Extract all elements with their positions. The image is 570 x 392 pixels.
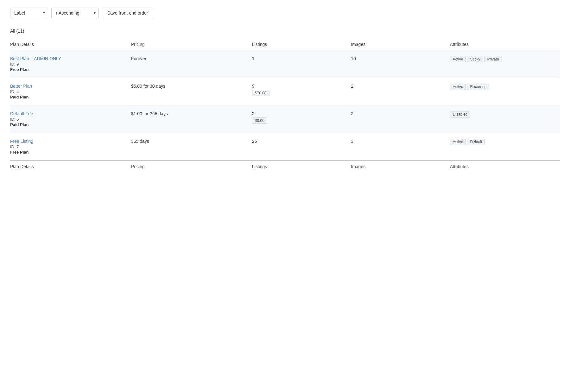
- plan-details-cell: Default FeeID: 5Paid Plan: [10, 105, 131, 133]
- attribute-badge: Active: [450, 56, 466, 62]
- plan-images-cell: 2: [351, 78, 450, 105]
- attribute-badge: Active: [450, 139, 466, 145]
- col-header-images: Images: [351, 39, 450, 50]
- plan-details-cell: Best Plan = ADMIN ONLYID: 9Free Plan: [10, 50, 131, 78]
- plan-listings-count: 1: [252, 56, 255, 61]
- attribute-badge: Disabled: [450, 111, 471, 117]
- attribute-badge: Active: [450, 84, 466, 90]
- sort-by-wrapper: Label ID Name Date ▾: [10, 8, 48, 18]
- table-row: Best Plan = ADMIN ONLYID: 9Free PlanFore…: [10, 50, 560, 78]
- plan-id: ID: 5: [10, 117, 126, 122]
- plan-images-cell: 10: [351, 50, 450, 78]
- attribute-badge: Default: [467, 139, 485, 145]
- table-row: Better PlanID: 4Paid Plan$5.00 for 30 da…: [10, 78, 560, 105]
- table-row: Default FeeID: 5Paid Plan$1.00 for 365 d…: [10, 105, 560, 133]
- plan-id: ID: 9: [10, 62, 126, 66]
- table-footer-row: Plan Details Pricing Listings Images Att…: [10, 161, 560, 172]
- plan-type: Free Plan: [10, 150, 126, 155]
- plan-listings-count: 2: [252, 111, 255, 116]
- sort-by-select[interactable]: Label ID Name Date: [10, 8, 48, 18]
- plan-pricing-cell: 365 days: [131, 133, 252, 161]
- table-row: Free ListingID: 7Free Plan365 days253Act…: [10, 133, 560, 161]
- plan-details-cell: Better PlanID: 4Paid Plan: [10, 78, 131, 105]
- col-footer-attributes: Attributes: [450, 161, 560, 172]
- plan-pricing-cell: $5.00 for 30 days: [131, 78, 252, 105]
- toolbar: Label ID Name Date ▾ ↑ Ascending ↓ Desce…: [10, 8, 560, 18]
- plan-attributes-cell: ActiveRecurring: [450, 78, 560, 105]
- attribute-badge: Recurring: [467, 84, 489, 90]
- sort-order-select[interactable]: ↑ Ascending ↓ Descending: [51, 8, 99, 18]
- plan-listings-fee-badge: $0.00: [252, 117, 267, 124]
- col-header-attributes: Attributes: [450, 39, 560, 50]
- plan-name-link[interactable]: Better Plan: [10, 84, 32, 89]
- plan-attributes-cell: ActiveDefault: [450, 133, 560, 161]
- plan-listings-cell: 25: [252, 133, 351, 161]
- all-label: All: [10, 28, 15, 34]
- plan-type: Free Plan: [10, 67, 126, 72]
- col-header-plan-details: Plan Details: [10, 39, 131, 50]
- plan-id: ID: 4: [10, 89, 126, 94]
- plans-table: Plan Details Pricing Listings Images Att…: [10, 39, 560, 172]
- plan-attributes-cell: Disabled: [450, 105, 560, 133]
- attribute-badge: Private: [484, 56, 502, 62]
- col-footer-plan-details: Plan Details: [10, 161, 131, 172]
- plan-listings-cell: 1: [252, 50, 351, 78]
- plan-listings-cell: 9$70.00: [252, 78, 351, 105]
- sort-order-wrapper: ↑ Ascending ↓ Descending ▾: [51, 8, 99, 18]
- plan-id: ID: 7: [10, 144, 126, 149]
- table-header-row: Plan Details Pricing Listings Images Att…: [10, 39, 560, 50]
- plan-images-cell: 3: [351, 133, 450, 161]
- plan-attributes-cell: ActiveStickyPrivate: [450, 50, 560, 78]
- plan-details-cell: Free ListingID: 7Free Plan: [10, 133, 131, 161]
- plan-listings-count: 9: [252, 84, 255, 89]
- plan-name-link[interactable]: Default Fee: [10, 111, 33, 116]
- plan-pricing-cell: $1.00 for 365 days: [131, 105, 252, 133]
- plan-listings-count: 25: [252, 139, 257, 144]
- col-footer-listings: Listings: [252, 161, 351, 172]
- plan-name-link[interactable]: Free Listing: [10, 139, 33, 144]
- plan-listings-cell: 2$0.00: [252, 105, 351, 133]
- save-front-end-order-button[interactable]: Save front-end order: [102, 8, 153, 18]
- col-footer-pricing: Pricing: [131, 161, 252, 172]
- plan-type: Paid Plan: [10, 122, 126, 127]
- all-count: All (11): [10, 28, 560, 34]
- all-number: (11): [16, 28, 24, 34]
- plan-type: Paid Plan: [10, 95, 126, 99]
- plan-listings-fee-badge: $70.00: [252, 90, 269, 96]
- col-footer-images: Images: [351, 161, 450, 172]
- plan-pricing-cell: Forever: [131, 50, 252, 78]
- plan-name-link[interactable]: Best Plan = ADMIN ONLY: [10, 56, 61, 61]
- plan-images-cell: 2: [351, 105, 450, 133]
- col-header-listings: Listings: [252, 39, 351, 50]
- col-header-pricing: Pricing: [131, 39, 252, 50]
- attribute-badge: Sticky: [467, 56, 483, 62]
